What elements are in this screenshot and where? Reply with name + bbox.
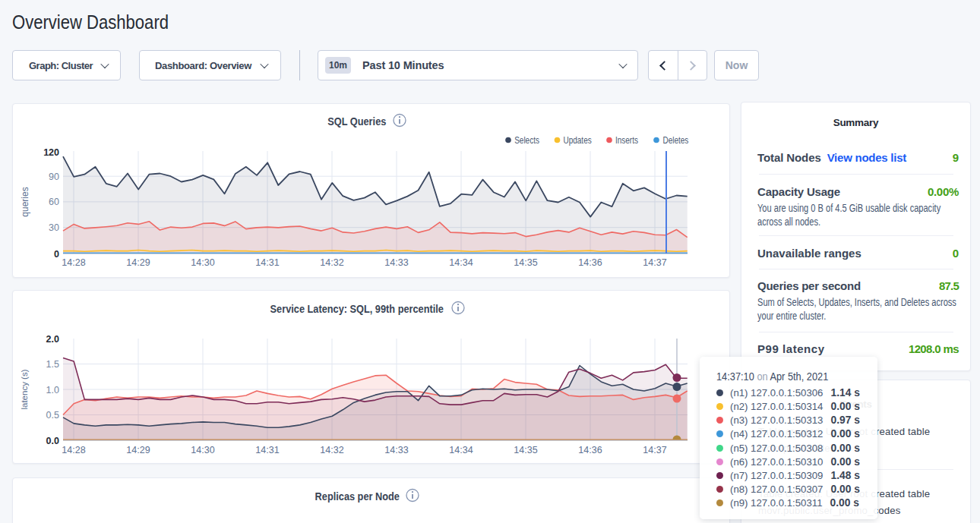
svg-text:Inserts: Inserts bbox=[615, 135, 638, 145]
svg-text:30: 30 bbox=[49, 222, 59, 233]
svg-text:14:36: 14:36 bbox=[578, 257, 602, 268]
svg-text:14:29: 14:29 bbox=[126, 445, 150, 455]
svg-text:queries: queries bbox=[20, 187, 30, 216]
svg-text:14:31: 14:31 bbox=[255, 257, 279, 268]
svg-text:14:34: 14:34 bbox=[449, 445, 473, 455]
svg-text:14:32: 14:32 bbox=[320, 257, 343, 268]
svg-text:latency (s): latency (s) bbox=[20, 369, 29, 409]
svg-text:Updates: Updates bbox=[564, 135, 592, 145]
svg-text:14:36: 14:36 bbox=[578, 445, 602, 455]
svg-text:14:33: 14:33 bbox=[384, 445, 408, 455]
svg-text:0.0: 0.0 bbox=[46, 436, 59, 446]
svg-text:14:29: 14:29 bbox=[126, 257, 150, 268]
svg-text:14:28: 14:28 bbox=[62, 257, 85, 268]
svg-text:14:33: 14:33 bbox=[384, 257, 408, 268]
svg-text:90: 90 bbox=[49, 172, 59, 182]
svg-text:60: 60 bbox=[49, 197, 59, 207]
svg-text:2.0: 2.0 bbox=[46, 334, 59, 345]
svg-text:1.0: 1.0 bbox=[46, 385, 59, 395]
svg-text:14:32: 14:32 bbox=[320, 445, 343, 455]
svg-text:14:35: 14:35 bbox=[514, 445, 537, 455]
svg-text:14:31: 14:31 bbox=[255, 445, 279, 455]
svg-text:14:30: 14:30 bbox=[191, 445, 214, 455]
svg-text:14:30: 14:30 bbox=[191, 257, 214, 268]
svg-text:14:34: 14:34 bbox=[449, 257, 473, 268]
svg-text:14:35: 14:35 bbox=[514, 257, 537, 268]
svg-text:14:37: 14:37 bbox=[643, 257, 666, 268]
svg-text:0: 0 bbox=[54, 249, 59, 260]
svg-text:14:37: 14:37 bbox=[643, 445, 666, 455]
svg-text:14:28: 14:28 bbox=[62, 445, 85, 455]
svg-text:0.5: 0.5 bbox=[46, 410, 59, 421]
svg-text:1.5: 1.5 bbox=[46, 359, 59, 370]
svg-text:120: 120 bbox=[43, 147, 59, 158]
svg-text:Deletes: Deletes bbox=[663, 135, 689, 145]
svg-text:Selects: Selects bbox=[514, 135, 539, 145]
